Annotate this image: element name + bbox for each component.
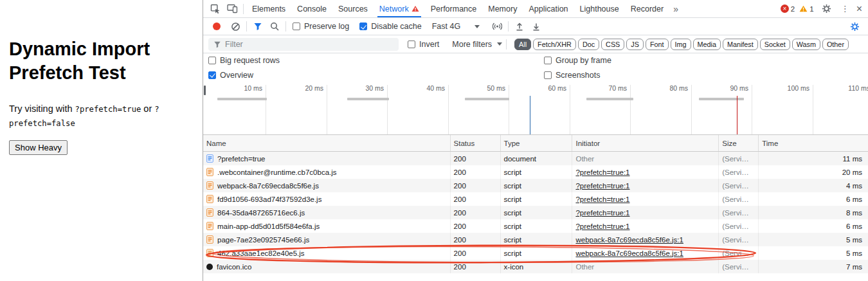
screenshots-checkbox[interactable] — [544, 71, 552, 79]
tab-elements[interactable]: Elements — [246, 0, 291, 17]
initiator-link[interactable]: ?prefetch=true:1 — [575, 209, 629, 217]
column-header-initiator[interactable]: Initiator — [572, 135, 719, 151]
network-issues-icon — [411, 5, 419, 12]
search-icon[interactable] — [266, 19, 283, 33]
script-icon — [206, 222, 213, 230]
export-har-icon[interactable] — [528, 19, 545, 33]
invert-option[interactable]: Invert — [408, 40, 439, 49]
request-time-cell: 7 ms — [759, 260, 868, 273]
tab-network[interactable]: Network — [374, 0, 425, 17]
column-header-name[interactable]: Name — [203, 135, 451, 151]
invert-checkbox[interactable] — [408, 41, 415, 48]
overview-checkbox[interactable] — [208, 71, 216, 79]
filter-chip-manifest[interactable]: Manifest — [723, 39, 758, 50]
tab-performance[interactable]: Performance — [425, 0, 483, 17]
filter-input[interactable]: Filter — [208, 38, 399, 51]
request-name: .webcontainer@runtime.cb7c0bca.js — [217, 168, 337, 176]
column-header-status[interactable]: Status — [451, 135, 501, 151]
request-name: fd9d1056-693ad74f37592d3e.js — [217, 195, 321, 203]
column-header-type[interactable]: Type — [501, 135, 573, 151]
preserve-log-checkbox[interactable] — [293, 23, 300, 30]
filter-chip-font[interactable]: Font — [646, 39, 669, 50]
screenshot-root: Dynamic Import Prefetch Test Try visitin… — [0, 0, 868, 281]
filter-chip-fetch-xhr[interactable]: Fetch/XHR — [533, 39, 576, 50]
initiator-link[interactable]: ?prefetch=true:1 — [575, 182, 629, 190]
network-conditions-icon[interactable] — [489, 19, 505, 33]
initiator-link[interactable]: webpack-8a7c69ecda8c5f6e.js:1 — [575, 249, 683, 257]
preserve-log-option[interactable]: Preserve log — [293, 22, 349, 31]
import-har-icon[interactable] — [511, 19, 528, 33]
clear-network-log-icon[interactable] — [227, 19, 244, 33]
filter-chip-doc[interactable]: Doc — [578, 39, 599, 50]
error-count-badge[interactable]: × 2 — [781, 5, 795, 13]
overview-handle[interactable] — [204, 86, 206, 95]
tab-label: Network — [379, 5, 409, 14]
tab-recorder[interactable]: Recorder — [625, 0, 669, 17]
group-by-frame-checkbox[interactable] — [544, 57, 552, 64]
initiator-link[interactable]: ?prefetch=true:1 — [575, 222, 629, 230]
timeline-overview[interactable]: 10 ms20 ms30 ms40 ms50 ms60 ms70 ms80 ms… — [203, 82, 868, 135]
request-size-cell: (Servi… — [719, 260, 759, 273]
show-heavy-button[interactable]: Show Heavy — [9, 140, 68, 155]
initiator-link[interactable]: ?prefetch=true:1 — [575, 195, 629, 203]
more-filters-dropdown[interactable]: More filters — [452, 40, 502, 49]
request-name-cell: favicon.ico — [203, 260, 451, 273]
initiator-link[interactable]: ?prefetch=true:1 — [575, 168, 629, 176]
filter-chip-other[interactable]: Other — [822, 39, 849, 50]
filter-chip-socket[interactable]: Socket — [760, 39, 790, 50]
network-settings-gear-icon[interactable] — [846, 19, 863, 33]
request-size-cell: (Servi… — [719, 206, 759, 219]
inspect-element-icon[interactable] — [207, 2, 224, 16]
network-request-row[interactable]: page-7ae23e0925745e66.js200scriptwebpack… — [203, 233, 868, 246]
network-request-row[interactable]: fd9d1056-693ad74f37592d3e.js200script?pr… — [203, 192, 868, 206]
settings-gear-icon[interactable] — [818, 2, 835, 16]
tab-console[interactable]: Console — [291, 0, 332, 17]
throttling-select[interactable]: Fast 4G — [432, 22, 480, 31]
record-button[interactable] — [213, 23, 221, 30]
filter-chip-css[interactable]: CSS — [601, 39, 624, 50]
filter-chip-img[interactable]: Img — [671, 39, 691, 50]
tab-lighthouse[interactable]: Lighthouse — [574, 0, 625, 17]
tab-label: Console — [297, 5, 327, 14]
more-tabs-icon[interactable]: » — [669, 4, 682, 14]
group-by-frame-label: Group by frame — [556, 56, 611, 65]
timeline-tick-label: 50 ms — [487, 84, 509, 92]
big-request-rows-option[interactable]: Big request rows — [208, 56, 280, 65]
group-by-frame-option[interactable]: Group by frame — [544, 56, 611, 65]
column-header-time[interactable]: Time — [759, 135, 868, 151]
kebab-menu-icon[interactable]: ⋮ — [840, 4, 851, 14]
script-icon — [206, 181, 213, 190]
tab-sources[interactable]: Sources — [332, 0, 374, 17]
warning-icon — [799, 5, 808, 12]
disable-cache-checkbox[interactable] — [359, 23, 367, 30]
network-request-row[interactable]: favicon.ico200x-iconOther(Servi…7 ms — [203, 260, 868, 273]
tab-application[interactable]: Application — [523, 0, 574, 17]
filter-chip-wasm[interactable]: Wasm — [792, 39, 820, 50]
timeline-tick-label: 10 ms — [244, 84, 266, 92]
initiator-text: Other — [575, 263, 594, 271]
request-status-cell: 200 — [451, 192, 501, 206]
filter-chip-js[interactable]: JS — [626, 39, 644, 50]
disable-cache-option[interactable]: Disable cache — [359, 22, 422, 31]
column-header-size[interactable]: Size — [719, 135, 759, 151]
network-request-row[interactable]: main-app-dd5d01d5f584e6fa.js200script?pr… — [203, 219, 868, 233]
tab-memory[interactable]: Memory — [482, 0, 523, 17]
network-request-row[interactable]: 462.a33aae1ec82e40e5.js200scriptwebpack-… — [203, 246, 868, 260]
device-toolbar-icon[interactable] — [224, 2, 240, 16]
network-request-row[interactable]: .webcontainer@runtime.cb7c0bca.js200scri… — [203, 165, 868, 179]
close-devtools-icon[interactable]: × — [855, 3, 863, 15]
screenshots-option[interactable]: Screenshots — [544, 71, 600, 80]
filter-chip-all[interactable]: All — [514, 39, 531, 50]
overview-option[interactable]: Overview — [208, 71, 253, 80]
filter-chip-media[interactable]: Media — [693, 39, 721, 50]
devtools-panel: ElementsConsoleSourcesNetworkPerformance… — [203, 0, 868, 281]
filter-toggle-icon[interactable] — [249, 19, 266, 33]
initiator-link[interactable]: webpack-8a7c69ecda8c5f6e.js:1 — [575, 236, 683, 244]
network-request-row[interactable]: 864-35da487265716ec6.js200script?prefetc… — [203, 206, 868, 219]
warning-count-badge[interactable]: 1 — [799, 5, 813, 13]
network-request-row[interactable]: webpack-8a7c69ecda8c5f6e.js200script?pre… — [203, 179, 868, 192]
big-request-rows-checkbox[interactable] — [208, 57, 216, 64]
request-size-cell: (Servi… — [719, 246, 759, 260]
network-request-row[interactable]: ?prefetch=true200documentOther(Servi…11 … — [203, 152, 868, 165]
request-status-cell: 200 — [451, 260, 501, 273]
